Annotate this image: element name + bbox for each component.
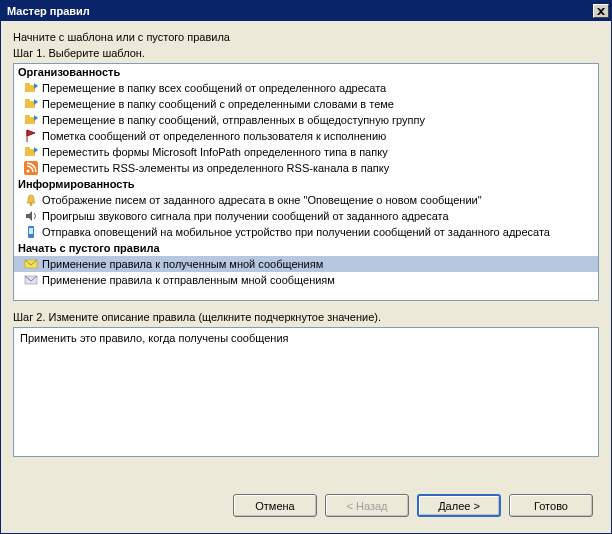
template-item-label: Пометка сообщений от определенного польз…	[42, 129, 386, 143]
section-header-awareness: Информированность	[14, 176, 598, 192]
template-item-flag-from-user[interactable]: Пометка сообщений от определенного польз…	[14, 128, 598, 144]
close-button[interactable]	[593, 4, 609, 18]
svg-rect-7	[25, 147, 30, 150]
template-item-label: Перемещение в папку сообщений, отправлен…	[42, 113, 425, 127]
dialog-body: Начните с шаблона или с пустого правила …	[1, 21, 611, 533]
rule-description-text: Применить это правило, когда получены со…	[20, 332, 289, 344]
folder-move-icon	[24, 97, 38, 111]
next-button[interactable]: Далее >	[417, 494, 501, 517]
template-item-play-sound[interactable]: Проигрыш звукового сигнала при получении…	[14, 208, 598, 224]
bell-icon	[24, 193, 38, 207]
template-item-label: Перемещение в папку всех сообщений от оп…	[42, 81, 386, 95]
svg-rect-3	[25, 99, 30, 102]
template-item-label: Применение правила к полученным мной соо…	[42, 257, 323, 271]
section-header-blank: Начать с пустого правила	[14, 240, 598, 256]
svg-rect-6	[25, 149, 35, 156]
step2-label: Шаг 2. Измените описание правила (щелкни…	[13, 311, 599, 323]
template-item-label: Отображение писем от заданного адресата …	[42, 193, 482, 207]
template-item-move-subject-words[interactable]: Перемещение в папку сообщений с определе…	[14, 96, 598, 112]
svg-rect-2	[25, 101, 35, 108]
svg-rect-1	[25, 83, 30, 86]
template-item-label: Перемещение в папку сообщений с определе…	[42, 97, 394, 111]
rules-wizard-window: Мастер правил Начните с шаблона или с пу…	[0, 0, 612, 534]
template-item-blank-incoming[interactable]: Применение правила к полученным мной соо…	[14, 256, 598, 272]
template-item-label: Переместить RSS-элементы из определенног…	[42, 161, 389, 175]
template-item-label: Применение правила к отправленным мной с…	[42, 273, 335, 287]
sound-icon	[24, 209, 38, 223]
template-listbox[interactable]: Организованность Перемещение в папку все…	[13, 63, 599, 301]
svg-rect-5	[25, 115, 30, 118]
folder-move-icon	[24, 113, 38, 127]
finish-button[interactable]: Готово	[509, 494, 593, 517]
cancel-button[interactable]: Отмена	[233, 494, 317, 517]
mobile-icon	[24, 225, 38, 239]
template-item-label: Переместить формы Microsoft InfoPath опр…	[42, 145, 388, 159]
svg-rect-4	[25, 117, 35, 124]
folder-move-icon	[24, 145, 38, 159]
template-item-move-from-sender[interactable]: Перемещение в папку всех сообщений от оп…	[14, 80, 598, 96]
step1-label: Шаг 1. Выберите шаблон.	[13, 47, 599, 59]
rule-description-box[interactable]: Применить это правило, когда получены со…	[13, 327, 599, 457]
back-button[interactable]: < Назад	[325, 494, 409, 517]
wizard-button-row: Отмена < Назад Далее > Готово	[13, 488, 599, 523]
template-item-move-public-group[interactable]: Перемещение в папку сообщений, отправлен…	[14, 112, 598, 128]
mail-in-icon	[24, 257, 38, 271]
template-item-move-rss-items[interactable]: Переместить RSS-элементы из определенног…	[14, 160, 598, 176]
folder-move-icon	[24, 81, 38, 95]
template-item-move-infopath-forms[interactable]: Переместить формы Microsoft InfoPath опр…	[14, 144, 598, 160]
template-item-display-alert[interactable]: Отображение писем от заданного адресата …	[14, 192, 598, 208]
template-item-label: Проигрыш звукового сигнала при получении…	[42, 209, 449, 223]
intro-text: Начните с шаблона или с пустого правила	[13, 31, 599, 43]
flag-icon	[24, 129, 38, 143]
mail-out-icon	[24, 273, 38, 287]
template-item-label: Отправка оповещений на мобильное устройс…	[42, 225, 550, 239]
svg-rect-0	[25, 85, 35, 92]
svg-rect-12	[29, 228, 33, 234]
window-title: Мастер правил	[7, 5, 90, 17]
section-header-organization: Организованность	[14, 64, 598, 80]
titlebar: Мастер правил	[1, 1, 611, 21]
rss-icon	[24, 161, 38, 175]
close-icon	[597, 8, 605, 15]
template-item-send-mobile-alert[interactable]: Отправка оповещений на мобильное устройс…	[14, 224, 598, 240]
svg-point-9	[27, 170, 30, 173]
template-item-blank-outgoing[interactable]: Применение правила к отправленным мной с…	[14, 272, 598, 288]
svg-point-10	[30, 203, 32, 205]
